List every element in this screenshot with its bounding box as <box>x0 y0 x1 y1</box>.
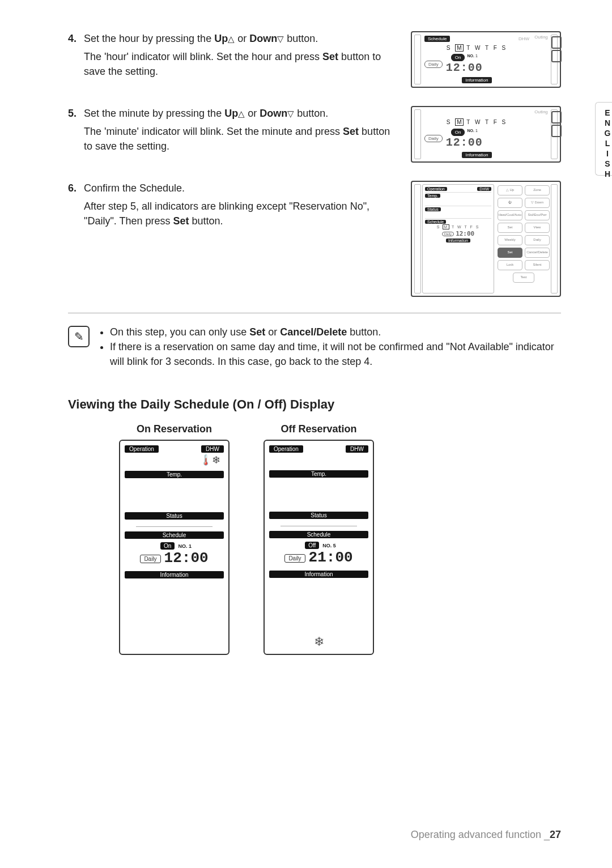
step-5-number: 5. <box>68 106 84 121</box>
lcd-right-slot <box>551 35 558 84</box>
off-reservation-title: Off Reservation <box>264 423 374 435</box>
lock-button: Lock <box>498 260 522 270</box>
off-time: 21:00 <box>309 549 353 566</box>
step-5-row: 5.Set the minute by pressing the Up or D… <box>68 106 561 163</box>
daily-pill: Daily <box>424 135 443 142</box>
lcd-center: Schedule DHW S M T W T F S Daily OnNO. 1… <box>422 35 532 84</box>
knob-icon <box>551 111 562 124</box>
schedule-bar: Schedule <box>424 36 450 42</box>
thermo-icon: 🌡️❄ <box>125 454 224 466</box>
up-triangle-icon <box>238 108 245 119</box>
lcd-right-slot <box>551 109 558 159</box>
info-bar: Information <box>269 571 368 578</box>
up-button: △ Up <box>498 185 522 195</box>
lcd-left-slot <box>414 109 421 159</box>
weekly-button: Weekly <box>498 235 522 245</box>
step-4-number: 4. <box>68 31 84 46</box>
view-button: View <box>525 223 550 233</box>
test-button: Test <box>513 273 535 283</box>
on-reservation-title: On Reservation <box>119 423 230 435</box>
step-6-sub: After step 5, all indicators are blinkin… <box>84 199 400 228</box>
down-triangle-icon <box>277 33 284 44</box>
set2-button: Set <box>498 248 522 258</box>
daily-pill: Daily <box>140 555 160 563</box>
daily-button: Daily <box>525 235 550 245</box>
viewing-row: On Reservation OperationDHW 🌡️❄ Temp. St… <box>68 423 561 655</box>
dhw-bar: DHW <box>201 445 224 453</box>
note-body: On this step, you can only use Set or Ca… <box>99 325 561 369</box>
up-triangle-icon <box>228 33 235 44</box>
step-4-lcd: Schedule DHW S M T W T F S Daily OnNO. 1… <box>411 31 561 88</box>
step-4-row: 4.Set the hour by pressing the Up or Dow… <box>68 31 561 88</box>
status-bar: Status <box>125 512 224 520</box>
temp-bar: Temp. <box>125 471 224 478</box>
knob-icon <box>551 36 562 49</box>
off-reservation-col: Off Reservation OperationDHW Temp. Statu… <box>264 423 374 655</box>
step-5-text: 5.Set the minute by pressing the Up or D… <box>68 106 400 154</box>
lcd-center: S M T W T F S Daily OnNO. 1 12:00 Inform… <box>422 109 532 159</box>
line <box>280 526 357 526</box>
lcd-time: 12:00 <box>446 61 483 74</box>
set-button: Set <box>498 223 522 233</box>
lcd-left-slot <box>414 35 421 84</box>
step-6-text: 6.Confirm the Schedule. After step 5, al… <box>68 181 400 228</box>
step-5-sub: The 'minute' indicator will blink. Set t… <box>84 124 400 154</box>
note-block: ✎ On this step, you can only use Set or … <box>68 325 561 369</box>
page-footer: Operating advanced function _27 <box>411 829 561 841</box>
silent-button: Silent <box>525 260 550 270</box>
on-reservation-lcd: OperationDHW 🌡️❄ Temp. Status Schedule O… <box>119 440 230 655</box>
lcd-right-slot <box>551 184 558 293</box>
defrost-icon: ❄︎ <box>269 635 368 649</box>
language-tab: ENGLISH <box>595 102 612 176</box>
knob-icon <box>551 50 562 62</box>
dhw-bar: DHW <box>346 445 368 453</box>
daily-pill: Daily <box>424 61 443 68</box>
note-bullet-2: If there is a reservation on same day an… <box>110 339 561 369</box>
operation-bar: Operation <box>269 445 303 453</box>
lcd-days: S M T W T F S <box>424 45 529 51</box>
cancel-button: Cancel/Delete <box>525 248 550 258</box>
step-4-sub: The 'hour' indicator will blink. Set the… <box>84 49 400 79</box>
note-icon: ✎ <box>68 326 90 347</box>
status-bar: Status <box>269 512 368 519</box>
lcd-days: S M T W T F S <box>424 119 529 125</box>
operation-bar: Operation <box>125 445 159 453</box>
on-time: 12:00 <box>164 550 209 567</box>
info-bar: Information <box>462 77 491 83</box>
on-reservation-col: On Reservation OperationDHW 🌡️❄ Temp. St… <box>119 423 230 655</box>
lcd-buttons: △ Up Zone ⏻ ▽ Down Heat/Cool/Auto Std/Ec… <box>498 184 550 293</box>
down-triangle-icon <box>287 108 294 119</box>
eco-button: Std/Eco/Pwr <box>525 210 550 220</box>
lcd-side: Outing <box>533 35 550 84</box>
lcd-screen: OperationDHW Temp. Status Schedule S M T… <box>422 184 494 293</box>
section-title: Viewing the Daily Schedule (On / Off) Di… <box>68 397 561 412</box>
zone-button: Zone <box>525 185 550 195</box>
step-4-text: 4.Set the hour by pressing the Up or Dow… <box>68 31 400 79</box>
daily-pill: Daily <box>284 554 305 563</box>
lcd-left-slot <box>414 184 421 293</box>
lcd-time: 12:00 <box>446 136 483 149</box>
step-6-row: 6.Confirm the Schedule. After step 5, al… <box>68 181 561 297</box>
step-5-lcd: S M T W T F S Daily OnNO. 1 12:00 Inform… <box>411 106 561 163</box>
temp-bar: Temp. <box>269 470 368 478</box>
instruction-steps: 4.Set the hour by pressing the Up or Dow… <box>68 31 561 297</box>
schedule-bar: Schedule <box>269 531 368 538</box>
page: 4.Set the hour by pressing the Up or Dow… <box>0 0 612 868</box>
note-bullet-1: On this step, you can only use Set or Ca… <box>110 325 561 339</box>
info-bar: Information <box>462 152 491 158</box>
off-pill: Off <box>305 542 319 549</box>
info-bar: Information <box>125 571 224 578</box>
mode-button: Heat/Cool/Auto <box>498 210 522 220</box>
knob-icon <box>551 125 562 137</box>
step-6-lcd: OperationDHW Temp. Status Schedule S M T… <box>411 181 561 297</box>
pwr-button: ⏻ <box>498 198 522 208</box>
blank-foot <box>125 635 224 649</box>
off-reservation-lcd: OperationDHW Temp. Status Schedule Off N… <box>264 440 374 655</box>
on-pill: On <box>160 542 175 550</box>
separator <box>68 313 561 313</box>
down-button: ▽ Down <box>525 198 550 208</box>
line <box>136 526 212 527</box>
step-6-number: 6. <box>68 181 84 195</box>
lcd-side: Outing <box>533 109 550 159</box>
schedule-bar: Schedule <box>125 531 224 539</box>
